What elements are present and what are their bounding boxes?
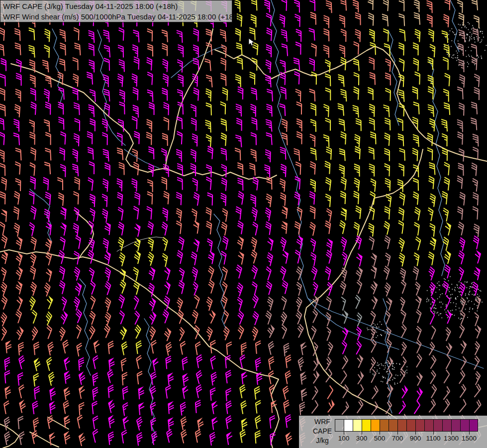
wind-barb [384, 148, 390, 161]
wind-barb [15, 89, 21, 102]
wind-barb [385, 59, 390, 72]
wind-barb [104, 45, 110, 58]
wind-barb [87, 72, 93, 85]
wind-barb [103, 30, 109, 43]
wind-barb [73, 133, 79, 146]
wind-barb [256, 372, 263, 385]
wind-barb [353, 191, 359, 204]
wind-barb [49, 432, 56, 445]
wind-barb [255, 358, 262, 371]
legend-color-cell [380, 419, 389, 432]
wind-barb [239, 385, 247, 398]
wind-barb [309, 206, 315, 219]
wind-barb [368, 386, 380, 399]
wind-barb [473, 134, 479, 147]
wind-barb [413, 295, 422, 309]
wind-barb [121, 430, 128, 444]
wind-barb [221, 148, 227, 161]
wind-barb [116, 222, 124, 235]
wind-barb [267, 89, 273, 102]
legend-color-cell [460, 419, 469, 432]
wind-barb [74, 235, 81, 249]
wind-barb [264, 208, 271, 222]
wind-barb [89, 30, 95, 43]
wind-barb [293, 58, 299, 71]
wind-barb [442, 134, 447, 146]
wind-barb [281, 0, 287, 11]
wind-barb [324, 178, 331, 191]
wind-barb [234, 283, 243, 296]
wind-barb [459, 75, 465, 88]
wind-barb [279, 179, 286, 192]
wind-barb [307, 400, 319, 413]
wind-barb [26, 297, 36, 310]
wind-barb [310, 119, 316, 132]
wind-barb [56, 250, 65, 264]
wind-barb [93, 387, 99, 400]
wind-barb [191, 105, 196, 117]
wind-barb [117, 133, 122, 145]
wind-barb [176, 131, 182, 144]
wind-barb [116, 193, 123, 206]
wind-barb [205, 266, 214, 280]
wind-barb [117, 280, 126, 293]
wind-barb [309, 28, 315, 41]
wind-barb [132, 250, 141, 264]
wind-barb [89, 60, 95, 72]
wind-barb [369, 164, 375, 176]
wind-barb [116, 207, 123, 221]
legend-color-cell [433, 419, 442, 432]
urban-area-dots [444, 22, 487, 67]
wind-barb [293, 192, 300, 205]
wind-barb [149, 103, 154, 115]
wind-barb [474, 74, 480, 87]
wind-barb [281, 250, 289, 264]
wind-barb [0, 209, 7, 222]
wind-barb [397, 342, 407, 355]
wind-barb [116, 237, 124, 251]
wind-barb [163, 103, 169, 115]
wind-barb [471, 371, 481, 385]
wind-barb [31, 431, 39, 444]
river-line [214, 214, 226, 329]
wind-barb [294, 14, 300, 27]
wind-barb [322, 313, 332, 326]
wind-barb [108, 432, 114, 445]
wind-barb [294, 0, 299, 12]
wind-barb [368, 224, 374, 236]
wind-barb [398, 164, 404, 176]
wind-barb [254, 386, 261, 399]
wind-barb [286, 432, 293, 446]
wind-barb [412, 192, 419, 205]
wind-barb [104, 58, 109, 71]
wind-barb [119, 102, 124, 114]
wind-barb [340, 208, 347, 221]
wind-barb [196, 385, 204, 398]
wind-barb [189, 282, 198, 295]
wind-barb [471, 57, 477, 70]
wind-barb [472, 267, 481, 280]
wind-barb [427, 148, 432, 161]
wind-barb [74, 43, 80, 56]
wind-barb [354, 253, 363, 266]
wind-barb [425, 311, 435, 324]
wind-barb [309, 282, 319, 295]
wind-barb [226, 401, 233, 414]
wind-barb [56, 327, 66, 340]
wind-barb [398, 268, 406, 282]
wind-barb [235, 207, 241, 220]
wind-barb [429, 194, 436, 207]
wind-barb [60, 29, 66, 42]
wind-barb [221, 236, 229, 250]
wind-barb [411, 282, 421, 295]
wind-barb [339, 15, 345, 27]
wind-barb [353, 400, 364, 413]
wind-barb [64, 415, 71, 428]
wind-barb [370, 132, 376, 145]
wind-barb [472, 296, 482, 309]
wind-barb [146, 58, 152, 71]
wind-barb [86, 250, 94, 263]
wind-barb [324, 250, 332, 263]
wind-barb [309, 0, 315, 11]
wind-barb [132, 88, 138, 101]
